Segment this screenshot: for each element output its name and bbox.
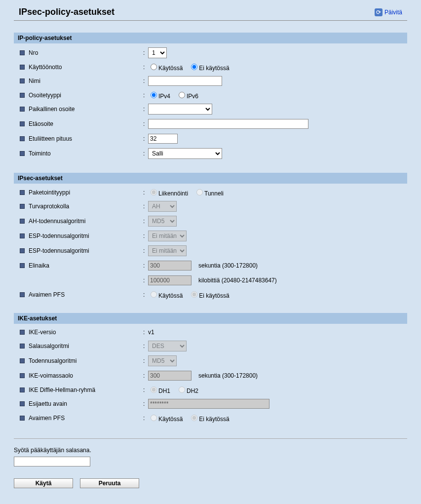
dh2-radio xyxy=(179,387,185,393)
packet-transport-text: Liikennöinti xyxy=(158,190,188,197)
section-ike-header: IKE-asetukset xyxy=(14,313,407,324)
espauth2-select: Ei mitään xyxy=(148,245,187,256)
password-prompt: Syötä pääkäyttäjän salasana. xyxy=(5,445,416,457)
bullet-icon xyxy=(20,248,25,253)
enable-on-radio[interactable] xyxy=(151,64,157,70)
ike-pfs-label: Avaimen PFS xyxy=(29,415,143,422)
prefix-label: Etuliitteen pituus xyxy=(29,135,143,142)
ike-ver-value: v1 xyxy=(148,329,154,336)
action-label: Toiminto xyxy=(29,150,143,157)
secproto-label: Turvaprotokolla xyxy=(29,203,143,210)
nro-select[interactable]: 1 xyxy=(148,47,167,58)
ipsec-pfs-on-text: Käytössä xyxy=(158,292,183,299)
ike-pfs-on-text: Käytössä xyxy=(158,416,183,423)
bullet-icon xyxy=(20,292,25,297)
enable-on-text: Käytössä xyxy=(158,65,183,72)
bullet-icon xyxy=(20,233,25,238)
bullet-icon xyxy=(20,344,25,349)
remote-label: Etäosoite xyxy=(29,120,143,127)
ipv6-radio[interactable] xyxy=(179,92,185,98)
cancel-button[interactable]: Peruuta xyxy=(80,478,139,488)
bullet-icon xyxy=(20,416,25,421)
ike-psk-label: Esijaettu avain xyxy=(29,400,143,407)
dh1-text: DH1 xyxy=(158,388,170,394)
local-label: Paikallinen osoite xyxy=(29,106,143,113)
refresh-icon: ⟳ xyxy=(375,8,383,16)
ipsec-pfs-on-radio xyxy=(151,291,157,298)
life-sec-input xyxy=(148,261,191,271)
ike-enc-label: Salausalgoritmi xyxy=(29,343,143,349)
ike-life-label: IKE-voimassaolo xyxy=(29,372,143,379)
prefix-input[interactable] xyxy=(148,134,178,144)
local-select[interactable] xyxy=(148,104,212,115)
ipsec-pfs-label: Avaimen PFS xyxy=(29,291,143,298)
bullet-icon xyxy=(20,190,25,195)
ipsec-pfs-off-radio xyxy=(191,291,197,298)
secproto-select: AH xyxy=(148,201,177,212)
bullet-icon xyxy=(20,401,25,406)
packet-label: Paketointityyppi xyxy=(29,189,143,196)
refresh-button[interactable]: ⟳ Päivitä xyxy=(375,8,402,16)
ike-dh-label: IKE Diffie-Hellman-ryhmä xyxy=(29,387,143,393)
enable-off-text: Ei käytössä xyxy=(199,65,229,72)
ike-auth-select: MD5 xyxy=(148,355,177,366)
ike-pfs-off-radio xyxy=(191,415,197,421)
apply-button[interactable]: Käytä xyxy=(14,478,73,488)
ahauth-select: MD5 xyxy=(148,216,177,227)
ipv4-text: IPv4 xyxy=(158,93,170,100)
addrtype-label: Osoitetyyppi xyxy=(29,92,143,99)
packet-tunnel-radio xyxy=(196,189,203,195)
packet-tunnel-text: Tunneli xyxy=(204,190,224,197)
espauth2-label: ESP-todennusalgoritmi xyxy=(29,247,143,254)
bullet-icon xyxy=(20,263,25,268)
life-label: Elinaika xyxy=(29,262,143,269)
espauth1-select: Ei mitään xyxy=(148,231,187,241)
bullet-icon xyxy=(20,93,25,98)
bullet-icon xyxy=(20,151,25,156)
life-sec-suffix: sekuntia (300-172800) xyxy=(198,262,258,269)
name-input[interactable] xyxy=(148,76,222,86)
nro-label: Nro xyxy=(29,49,143,56)
bullet-icon xyxy=(20,136,25,141)
refresh-label: Päivitä xyxy=(384,9,402,16)
ike-auth-label: Todennusalgoritmi xyxy=(29,357,143,364)
bullet-icon xyxy=(20,388,25,392)
admin-password-input[interactable] xyxy=(14,457,90,466)
bullet-icon xyxy=(20,65,25,70)
ike-ver-label: IKE-versio xyxy=(29,329,143,336)
ike-enc-select: DES xyxy=(148,341,187,351)
ike-pfs-on-radio xyxy=(151,415,157,421)
ahauth-label: AH-todennusalgoritmi xyxy=(29,218,143,225)
section-ipsec-header: IPsec-asetukset xyxy=(14,173,407,184)
ike-pfs-off-text: Ei käytössä xyxy=(199,416,229,423)
bullet-icon xyxy=(20,330,25,335)
bullet-icon xyxy=(20,78,25,83)
ike-life-suffix: sekuntia (300-172800) xyxy=(198,372,258,379)
separator xyxy=(14,438,407,439)
bullet-icon xyxy=(20,107,25,112)
life-kb-suffix: kilobittiä (20480-2147483647) xyxy=(198,277,277,284)
dh1-radio xyxy=(151,387,157,393)
packet-transport-radio xyxy=(151,189,157,195)
section-ip-policy-header: IP-policy-asetukset xyxy=(14,33,407,43)
espauth1-label: ESP-todennusalgoritmi xyxy=(29,233,143,239)
life-kb-input xyxy=(148,275,191,285)
bullet-icon xyxy=(20,121,25,126)
bullet-icon xyxy=(20,204,25,209)
enable-label: Käyttöönotto xyxy=(29,64,143,71)
remote-input[interactable] xyxy=(148,119,308,129)
bullet-icon xyxy=(20,219,25,224)
name-label: Nimi xyxy=(29,78,143,84)
ipv6-text: IPv6 xyxy=(187,93,198,100)
ike-life-input xyxy=(148,371,191,381)
ipv4-radio[interactable] xyxy=(151,92,157,98)
bullet-icon xyxy=(20,50,25,55)
action-select[interactable]: Salli xyxy=(148,148,222,159)
dh2-text: DH2 xyxy=(187,388,198,394)
bullet-icon xyxy=(20,373,25,378)
bullet-icon xyxy=(20,358,25,363)
enable-off-radio[interactable] xyxy=(191,64,197,70)
ipsec-pfs-off-text: Ei käytössä xyxy=(199,292,229,299)
ike-psk-input xyxy=(148,399,269,409)
page-title: IPsec-policy-asetukset xyxy=(19,7,115,17)
